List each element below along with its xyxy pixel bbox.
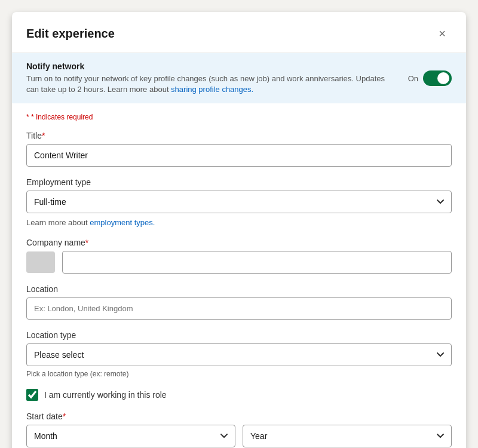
notify-text-block: Notify network Turn on to notify your ne… <box>26 62 408 95</box>
company-name-group: Company name* <box>26 238 452 274</box>
edit-experience-modal: Edit experience × Notify network Turn on… <box>12 12 466 448</box>
employment-types-link[interactable]: employment types. <box>90 218 155 227</box>
company-row <box>26 251 452 274</box>
company-logo <box>26 251 55 273</box>
required-star: * <box>26 113 31 121</box>
employment-link-prefix: Learn more about <box>26 218 90 227</box>
company-required-star: * <box>85 238 88 247</box>
toggle-slider <box>423 70 452 86</box>
employment-link-text: Learn more about employment types. <box>26 218 452 227</box>
start-date-label: Start date* <box>26 412 452 421</box>
location-label: Location <box>26 284 452 294</box>
title-group: Title* <box>26 131 452 167</box>
location-input[interactable] <box>26 297 452 320</box>
close-button[interactable]: × <box>433 24 452 43</box>
current-role-row: I am currently working in this role <box>26 389 452 401</box>
title-label: Title* <box>26 131 452 140</box>
notify-banner: Notify network Turn on to notify your ne… <box>12 53 466 103</box>
location-type-hint: Pick a location type (ex: remote) <box>26 370 452 378</box>
month-select[interactable]: Month January February March April May J… <box>26 425 235 447</box>
start-date-required-star: * <box>63 412 66 421</box>
notify-title: Notify network <box>26 62 394 71</box>
location-type-group: Location type Please select On-site Hybr… <box>26 330 452 378</box>
title-label-text: Title <box>26 131 42 140</box>
modal-title: Edit experience <box>26 27 115 41</box>
current-role-checkbox[interactable] <box>26 389 38 401</box>
company-name-input[interactable] <box>62 251 452 274</box>
year-select[interactable]: Year 2024 2023 2022 2021 2020 2019 2018 … <box>243 425 452 447</box>
title-required-star: * <box>42 131 45 140</box>
notify-description: Turn on to notify your network of key pr… <box>26 73 394 95</box>
sharing-profile-link[interactable]: sharing profile changes. <box>171 85 253 94</box>
employment-type-select[interactable]: Full-time Part-time Self-employed Freela… <box>26 191 452 213</box>
toggle-label: On <box>408 74 418 83</box>
toggle-area: On <box>408 70 452 86</box>
company-name-label: Company name* <box>26 238 452 247</box>
modal-header: Edit experience × <box>12 12 466 53</box>
start-date-label-text: Start date <box>26 412 63 421</box>
location-type-select[interactable]: Please select On-site Hybrid Remote <box>26 343 452 366</box>
current-role-label[interactable]: I am currently working in this role <box>44 390 167 400</box>
employment-type-label: Employment type <box>26 177 452 187</box>
title-input[interactable] <box>26 144 452 167</box>
location-group: Location <box>26 284 452 320</box>
company-label-text: Company name <box>26 238 85 247</box>
notify-toggle[interactable] <box>423 70 452 86</box>
date-row: Month January February March April May J… <box>26 425 452 447</box>
required-note-text: * Indicates required <box>31 113 93 121</box>
form-body: * * Indicates required Title* Employment… <box>12 103 466 448</box>
employment-type-group: Employment type Full-time Part-time Self… <box>26 177 452 227</box>
required-note: * * Indicates required <box>26 113 452 121</box>
location-type-label: Location type <box>26 330 452 340</box>
start-date-group: Start date* Month January February March… <box>26 412 452 447</box>
